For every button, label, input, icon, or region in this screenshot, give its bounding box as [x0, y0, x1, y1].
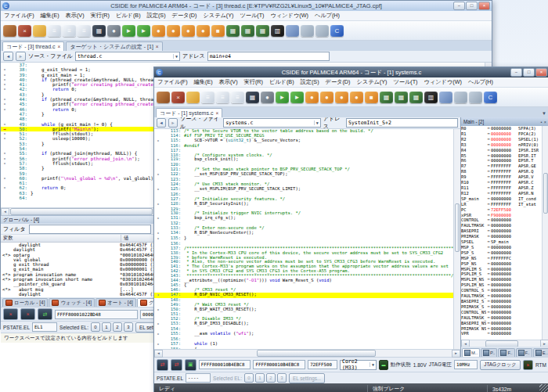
break-flag-icon[interactable]: ⇄: [157, 359, 168, 371]
breakpoint-gutter[interactable]: ▪: [154, 236, 162, 242]
stop-icon[interactable]: ■: [365, 92, 378, 103]
minimize-button[interactable]: −: [453, 2, 465, 10]
register-row[interactable]: FAULTMASK=00000000: [461, 223, 548, 228]
menu-item-4[interactable]: ビルド(B): [113, 12, 144, 20]
download-icon[interactable]: [301, 25, 314, 37]
register-row[interactable]: LR=FFFFFFFFIT_stat=-: [461, 202, 548, 207]
file-save-icon[interactable]: ≡: [231, 92, 244, 103]
step-out-icon[interactable]: ●: [335, 92, 348, 103]
step-out-icon[interactable]: ●: [182, 25, 195, 37]
step-in-icon[interactable]: ●: [152, 25, 165, 37]
breakpoint-gutter[interactable]: ▪: [154, 187, 162, 192]
register-row[interactable]: R1=00000000FPCA(2)=0: [461, 131, 548, 137]
el-button-3[interactable]: 3: [277, 373, 287, 383]
register-row[interactable]: PC=72EFF500: [461, 207, 548, 213]
resize-grip[interactable]: [539, 384, 548, 392]
file-save-icon[interactable]: ≡: [78, 25, 91, 37]
el-button-1[interactable]: 1: [255, 373, 265, 383]
titlebar-thread[interactable]: C CSIDE for PALMiCE4 ARM64 - コード - [3] t…: [1, 1, 492, 11]
menu-item-9[interactable]: ウィンドウ(W): [421, 78, 465, 86]
watch-tab-2[interactable]: オート - [4]: [96, 298, 136, 307]
nav-forward-button[interactable]: ►: [16, 52, 26, 61]
menu-item-2[interactable]: 表示(V): [216, 78, 241, 86]
minimize-button[interactable]: −: [510, 68, 522, 77]
nav-back-button[interactable]: ◄: [3, 52, 13, 61]
file-open-icon[interactable]: ≡: [63, 25, 76, 37]
nav-forward-button[interactable]: ►: [168, 118, 178, 128]
watch-window-icon[interactable]: ▦: [409, 92, 423, 103]
run-icon[interactable]: ►: [276, 92, 289, 103]
menu-item-5[interactable]: 設定(S): [297, 78, 323, 86]
pin-icon[interactable]: ▪: [541, 120, 543, 124]
breakpoint-gutter[interactable]: [154, 347, 162, 349]
menu-item-7[interactable]: システム(Y): [200, 12, 236, 20]
breakpoint-gutter[interactable]: ▪: [154, 202, 162, 207]
register-row[interactable]: R8=FFFFFFFFAPSR.Q=1: [461, 169, 548, 174]
menu-item-8[interactable]: ツール(T): [390, 78, 420, 86]
register-row[interactable]: CONTROL_S=00000000: [461, 288, 548, 293]
register-tab-3[interactable]: F..: [516, 348, 532, 357]
source-file-select[interactable]: thread.c▼: [75, 52, 180, 61]
register-row[interactable]: PSP_NS=00000000: [461, 261, 548, 267]
run-to-cursor-icon[interactable]: ►: [290, 92, 304, 103]
breakpoint-gutter[interactable]: ▪: [154, 172, 162, 178]
register-row[interactable]: PRIMASK_NS=00000000: [461, 326, 548, 332]
register-hscrollbar[interactable]: ◄►: [461, 340, 548, 347]
address-input[interactable]: SystemInit_S+2: [346, 118, 458, 128]
register-row[interactable]: MSPLIM_NS=00000000: [461, 277, 548, 282]
column-variable[interactable]: 変数: [1, 235, 121, 242]
menu-item-7[interactable]: システム(Y): [353, 78, 390, 86]
register-tab-0[interactable]: M..: [462, 348, 480, 357]
file-open-icon[interactable]: ≡: [216, 92, 229, 103]
register-row[interactable]: BASEPRI=00000000: [461, 228, 548, 234]
horizontal-scrollbar[interactable]: ◄►: [154, 349, 460, 357]
step-over-icon[interactable]: ●: [320, 92, 333, 103]
menu-item-10[interactable]: ヘルプ(H): [465, 78, 496, 86]
el-button-2[interactable]: 2: [266, 373, 276, 383]
inspect-icon[interactable]: ●: [107, 25, 121, 37]
register-window-icon[interactable]: ▦: [395, 92, 408, 103]
close-button[interactable]: ×: [535, 68, 547, 77]
tab-close-icon[interactable]: ×: [58, 44, 61, 49]
tab-list-dropdown[interactable]: ▼: [542, 111, 546, 116]
register-row[interactable]: FAULTMASK_NS=00000000: [461, 315, 548, 321]
break-settings-icon[interactable]: ▦: [380, 92, 393, 103]
register-row[interactable]: PSP_S=00000000: [461, 250, 548, 256]
register-row[interactable]: R0=00000000SFPA(3)=0: [461, 126, 548, 131]
breakpoint-gutter[interactable]: ▪: [154, 332, 162, 337]
upload-icon[interactable]: [469, 92, 482, 103]
register-row[interactable]: PRIMASK=00000000: [461, 234, 548, 239]
core-select[interactable]: Core2 (M33)▼: [340, 360, 377, 370]
register-row[interactable]: VPR=00000000: [461, 331, 548, 336]
stop-icon[interactable]: ■: [211, 25, 225, 37]
maximize-button[interactable]: □: [466, 2, 478, 10]
tab-close-icon[interactable]: ×: [215, 110, 218, 116]
vertical-scrollbar[interactable]: [453, 129, 460, 349]
breakpoint-gutter[interactable]: ▪: [154, 157, 162, 163]
register-scrollbar[interactable]: [542, 126, 548, 340]
menu-item-9[interactable]: ウィンドウ(W): [268, 12, 312, 20]
break-flag-icon[interactable]: ×: [3, 308, 18, 320]
comment-icon[interactable]: [286, 25, 299, 37]
rtm-x-icon[interactable]: ×: [523, 360, 533, 370]
browser-icon[interactable]: C: [330, 25, 344, 37]
register-tab-2[interactable]: F..: [498, 348, 514, 357]
break-settings-icon[interactable]: ▦: [226, 25, 240, 37]
el-button-0[interactable]: 0: [91, 322, 100, 332]
file-new-icon[interactable]: ≡: [48, 25, 61, 37]
register-row[interactable]: R12=FFFFFFFFAPSR.N=1: [461, 191, 548, 196]
register-row[interactable]: FAULTMASK_S=00000000: [461, 293, 548, 299]
register-row[interactable]: PSPLIM_NS=00000000: [461, 282, 548, 288]
menu-item-3[interactable]: 実行(R): [88, 12, 113, 20]
register-window-icon[interactable]: ▦: [241, 25, 254, 37]
register-row[interactable]: SPSEL=SP_main: [461, 239, 548, 245]
close-button[interactable]: ×: [478, 2, 490, 10]
register-row[interactable]: MSPLIM_S=00000000: [461, 267, 548, 272]
register-row[interactable]: R3=00000000nPRIV(0)=0: [461, 142, 548, 148]
sync-state-icon[interactable]: ⇄: [38, 308, 52, 320]
menu-item-8[interactable]: ツール(T): [236, 12, 267, 20]
workspace-edit-icon[interactable]: [157, 92, 170, 103]
register-row[interactable]: BASEPRI_NS=00000000: [461, 321, 548, 326]
maximize-button[interactable]: □: [523, 68, 535, 77]
menu-item-0[interactable]: ファイル(F): [1, 12, 38, 20]
